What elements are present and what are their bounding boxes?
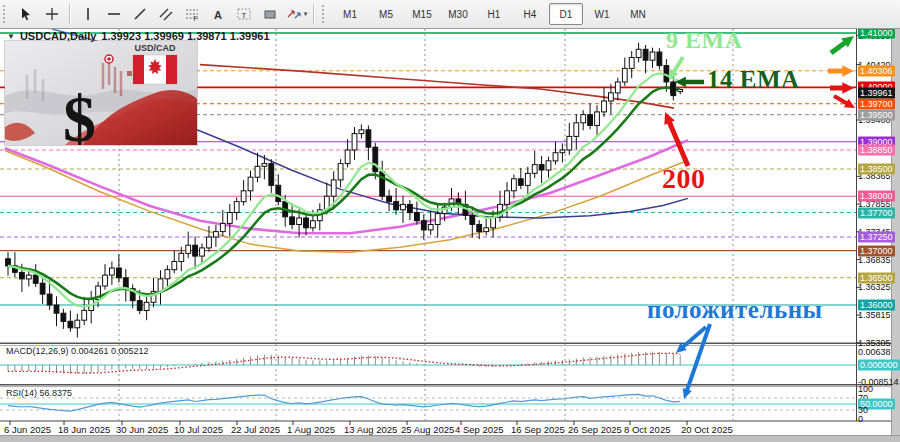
ohlc-values: 1.39923 1.39969 1.39871 1.39961 <box>101 30 269 42</box>
toolbar: FAT▾ M1M5M15M30H1H4D1W1MN <box>0 0 900 29</box>
timeframe-M1-button[interactable]: M1 <box>333 3 367 25</box>
equidistant-channel-tool-button[interactable] <box>153 2 179 26</box>
horizontal-line-tool-button[interactable] <box>101 2 127 26</box>
crosshair-tool-button[interactable] <box>39 2 65 26</box>
ma200-arrow <box>664 112 688 166</box>
chart-header: ▼ USDCAD,Daily 1.39923 1.39969 1.39871 1… <box>7 30 270 42</box>
red-right-arrow <box>830 82 854 93</box>
svg-text:T: T <box>242 11 247 20</box>
toolbar-separator <box>313 4 315 24</box>
timeframe-M15-button[interactable]: M15 <box>405 3 439 25</box>
vertical-line-tool-button[interactable] <box>75 2 101 26</box>
rsi-indicator-label: RSI(14) 56.8375 <box>6 388 72 398</box>
macd-rsi-label: положительны <box>647 296 823 324</box>
timeframe-toolbar: M1M5M15M30H1H4D1W1MN <box>332 3 656 25</box>
timeframe-M30-button[interactable]: M30 <box>441 3 475 25</box>
ema14-label: 14 EMA <box>707 66 800 94</box>
timeframe-H4-button[interactable]: H4 <box>513 3 547 25</box>
trendline-tool-button[interactable] <box>127 2 153 26</box>
drawing-toolbar: FAT▾ <box>13 2 319 26</box>
canada-flag-icon <box>133 55 177 84</box>
cursor-tool-button[interactable] <box>13 2 39 26</box>
toolbar-grip[interactable] <box>3 5 8 23</box>
ma200-label: 200 <box>662 163 706 195</box>
svg-text:A: A <box>214 9 222 21</box>
timeframe-MN-button[interactable]: MN <box>621 3 655 25</box>
ema9-label: 9 EMA <box>666 27 743 54</box>
arrows-tool-button[interactable]: ▾ <box>283 2 309 26</box>
timeframe-toolbar-grip[interactable] <box>322 5 327 23</box>
macd-indicator-label: MACD(12,26,9) 0.004261 0.005212 <box>6 346 149 356</box>
artwork-dollar-sign: $ <box>63 82 96 145</box>
ema14-arrow <box>675 77 704 87</box>
orange-right-arrow <box>828 65 854 76</box>
timeframe-D1-button[interactable]: D1 <box>549 3 583 25</box>
toolbar-separator <box>69 4 71 24</box>
svg-text:F: F <box>194 15 198 22</box>
usdcad-artwork-image: $ USD/CAD <box>5 41 197 145</box>
symbol-title: USDCAD,Daily <box>20 30 96 42</box>
ema9-arrow <box>669 57 683 80</box>
red-down-right-arrow <box>834 96 855 108</box>
svg-text:USD/CAD: USD/CAD <box>134 43 176 53</box>
trading-terminal-window: { "toolbar": { "tools": [ {"name":"curso… <box>0 0 900 442</box>
timeframe-W1-button[interactable]: W1 <box>585 3 619 25</box>
label-tool-button[interactable]: T <box>231 2 257 26</box>
symbol-dropdown-icon[interactable]: ▼ <box>7 32 15 41</box>
timeframe-H1-button[interactable]: H1 <box>477 3 511 25</box>
green-right-arrow <box>831 36 854 53</box>
shapes-tool-button[interactable] <box>257 2 283 26</box>
text-tool-button[interactable]: A <box>205 2 231 26</box>
timeframe-M5-button[interactable]: M5 <box>369 3 403 25</box>
fibonacci-tool-button[interactable]: F <box>179 2 205 26</box>
